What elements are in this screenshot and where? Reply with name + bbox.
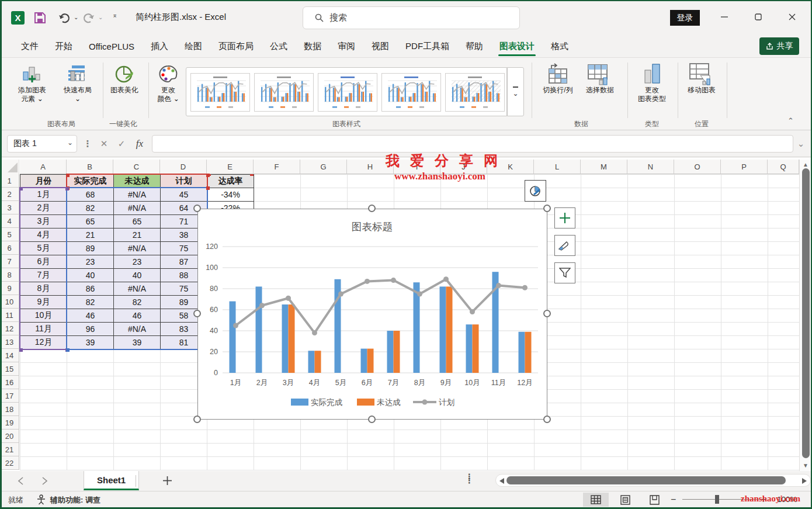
cell-notmet[interactable]: 40 <box>113 268 161 282</box>
chart-resize-handle[interactable] <box>543 415 551 423</box>
cell-actual[interactable]: 82 <box>67 295 114 309</box>
scroll-left-icon[interactable] <box>499 478 504 484</box>
search-input[interactable]: 搜索 <box>303 6 520 29</box>
cell-actual[interactable]: 46 <box>67 309 114 323</box>
column-header-N[interactable]: N <box>627 160 674 174</box>
chart-beautify-float-button[interactable] <box>525 180 546 202</box>
tab-视图[interactable]: 视图 <box>363 35 397 57</box>
login-button[interactable]: 登录 <box>670 10 700 26</box>
chart-elements-button[interactable] <box>554 207 575 228</box>
cell-notmet[interactable]: #N/A <box>113 282 161 296</box>
tab-开始[interactable]: 开始 <box>47 35 81 57</box>
column-header-Q[interactable]: Q <box>768 160 799 174</box>
zoom-out-icon[interactable]: − <box>671 494 676 505</box>
column-header-E[interactable]: E <box>207 160 254 174</box>
table-header-达成率[interactable]: 达成率 <box>207 174 254 188</box>
tab-PDF工具箱[interactable]: PDF工具箱 <box>397 35 457 57</box>
tab-OfficePLUS[interactable]: OfficePLUS <box>81 35 143 57</box>
cell-actual[interactable]: 96 <box>67 322 114 336</box>
cell-month[interactable]: 5月 <box>20 241 67 255</box>
cancel-formula-icon[interactable]: ✕ <box>97 135 111 153</box>
cell-month[interactable]: 4月 <box>20 228 67 242</box>
cell-plan[interactable]: 45 <box>160 188 207 202</box>
cell-month[interactable]: 10月 <box>20 309 67 323</box>
column-header-M[interactable]: M <box>581 160 627 174</box>
row-header-19[interactable]: 19 <box>0 416 19 430</box>
switch-row-column-button[interactable]: 切换行/列 <box>537 63 578 95</box>
tab-图表设计[interactable]: 图表设计 <box>491 35 543 57</box>
page-break-view-button[interactable] <box>641 493 667 507</box>
redo-dropdown-icon[interactable]: ⌄ <box>98 14 103 20</box>
vertical-scrollbar[interactable]: ▲▼ <box>799 160 812 471</box>
column-header-L[interactable]: L <box>534 160 581 174</box>
row-header-20[interactable]: 20 <box>0 430 19 443</box>
cell-month[interactable]: 6月 <box>20 255 67 269</box>
normal-view-button[interactable] <box>583 493 609 507</box>
column-header-B[interactable]: B <box>67 160 113 174</box>
enter-formula-icon[interactable]: ✓ <box>114 135 129 153</box>
row-header-11[interactable]: 11 <box>0 309 19 322</box>
minimize-button[interactable] <box>711 7 738 27</box>
column-header-D[interactable]: D <box>160 160 207 174</box>
cell-month[interactable]: 2月 <box>20 201 67 215</box>
cell-notmet[interactable]: 23 <box>113 255 161 269</box>
formula-bar-drag-handle[interactable]: ⋮ <box>84 135 91 153</box>
cell-actual[interactable]: 68 <box>67 188 114 202</box>
scroll-down-icon[interactable]: ▼ <box>803 462 808 469</box>
tab-文件[interactable]: 文件 <box>13 35 47 57</box>
chart-resize-handle[interactable] <box>543 205 551 212</box>
table-header-实际完成[interactable]: 实际完成 <box>67 174 114 188</box>
tab-数据[interactable]: 数据 <box>296 35 329 57</box>
row-header-13[interactable]: 13 <box>0 335 19 349</box>
cell-month[interactable]: 9月 <box>20 295 67 309</box>
chart[interactable]: 图表标题0204060801001201月2月3月4月5月6月7月8月9月10月… <box>197 209 547 420</box>
row-header-3[interactable]: 3 <box>0 201 19 214</box>
change-colors-button[interactable]: 更改颜色 ⌄ <box>152 63 185 103</box>
scroll-right-icon[interactable] <box>802 478 807 484</box>
chart-style-thumbnail-4[interactable] <box>381 73 441 112</box>
scrollbar-options-dots[interactable]: ⋮⋮ <box>466 475 473 483</box>
cell-actual[interactable]: 86 <box>67 282 114 296</box>
chart-resize-handle[interactable] <box>193 310 201 317</box>
chart-style-thumbnail-3[interactable] <box>318 73 377 112</box>
tab-审阅[interactable]: 审阅 <box>329 35 363 57</box>
chart-resize-handle[interactable] <box>543 310 551 317</box>
tab-插入[interactable]: 插入 <box>143 35 176 57</box>
column-header-C[interactable]: C <box>113 160 160 174</box>
cell-rate[interactable]: -34% <box>207 188 254 202</box>
chart-resize-handle[interactable] <box>193 205 201 212</box>
horizontal-scrollbar[interactable] <box>495 474 811 487</box>
tab-格式[interactable]: 格式 <box>543 35 577 57</box>
cell-month[interactable]: 3月 <box>20 214 67 228</box>
name-box-dropdown-icon[interactable]: ⌄ <box>67 138 73 147</box>
change-chart-type-button[interactable]: 更改图表类型 <box>632 63 672 103</box>
cell-month[interactable]: 11月 <box>20 322 67 336</box>
chart-resize-handle[interactable] <box>368 415 376 423</box>
row-header-22[interactable]: 22 <box>0 456 19 470</box>
row-header-14[interactable]: 14 <box>0 349 19 362</box>
row-header-8[interactable]: 8 <box>0 268 19 282</box>
maximize-button[interactable] <box>745 7 772 27</box>
tab-绘图[interactable]: 绘图 <box>176 35 210 57</box>
row-header-16[interactable]: 16 <box>0 376 19 389</box>
undo-dropdown-icon[interactable]: ⌄ <box>74 14 78 20</box>
close-button[interactable] <box>779 7 806 27</box>
cell-notmet[interactable]: 21 <box>113 228 161 242</box>
cell-notmet[interactable]: #N/A <box>113 201 161 215</box>
cell-actual[interactable]: 65 <box>67 214 114 228</box>
horizontal-scroll-thumb[interactable] <box>506 476 786 484</box>
cell-notmet[interactable]: 82 <box>113 295 161 309</box>
formula-input[interactable] <box>152 135 793 153</box>
undo-icon[interactable] <box>57 11 71 25</box>
row-header-4[interactable]: 4 <box>0 214 19 228</box>
cell-actual[interactable]: 40 <box>67 268 114 282</box>
row-header-21[interactable]: 21 <box>0 443 19 456</box>
cell-month[interactable]: 1月 <box>20 188 67 202</box>
add-chart-element-button[interactable]: 添加图表元素 ⌄ <box>9 63 55 103</box>
row-header-1[interactable]: 1 <box>0 174 19 188</box>
row-header-5[interactable]: 5 <box>0 228 19 241</box>
redo-icon[interactable] <box>82 11 96 25</box>
cell-notmet[interactable]: #N/A <box>113 322 161 336</box>
add-sheet-icon[interactable] <box>162 476 172 486</box>
chart-style-thumbnail-5[interactable] <box>445 73 505 112</box>
